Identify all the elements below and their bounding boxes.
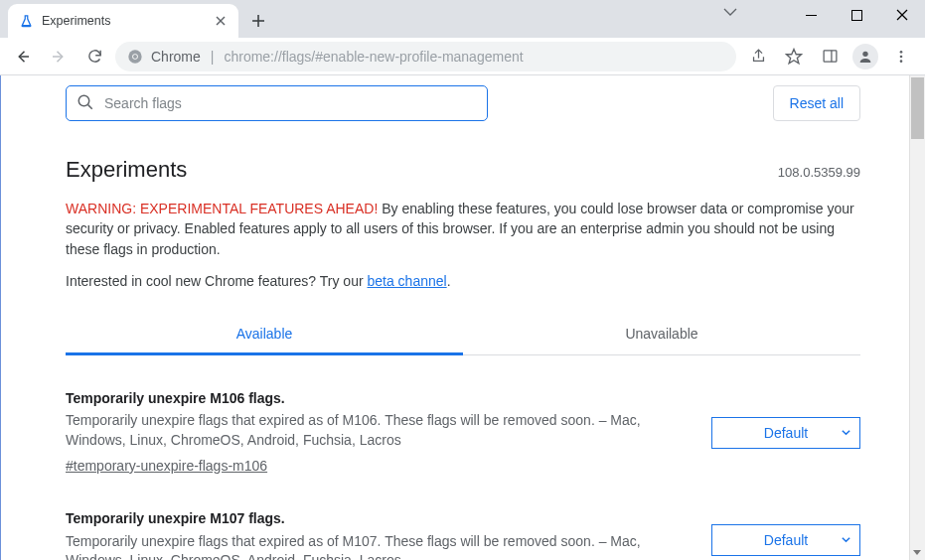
bookmark-icon[interactable] <box>778 41 810 72</box>
tabstrip: Experiments <box>0 0 925 38</box>
toolbar: Chrome | chrome://flags/#enable-new-prof… <box>0 38 925 75</box>
close-tab-icon[interactable] <box>213 13 229 29</box>
scroll-down-arrow[interactable] <box>909 544 925 560</box>
address-bar[interactable]: Chrome | chrome://flags/#enable-new-prof… <box>115 42 736 71</box>
browser-tab[interactable]: Experiments <box>8 4 238 38</box>
warning-text: WARNING: EXPERIMENTAL FEATURES AHEAD! By… <box>66 193 860 273</box>
viewport: Reset all Experiments 108.0.5359.99 WARN… <box>0 75 925 560</box>
flag-item: Temporarily unexpire M106 flags. Tempora… <box>66 355 860 476</box>
back-button[interactable] <box>8 42 38 71</box>
svg-marker-13 <box>787 49 802 63</box>
share-icon[interactable] <box>742 41 774 72</box>
beta-channel-link[interactable]: beta channel <box>367 273 446 289</box>
flag-dropdown-value: Default <box>764 532 808 548</box>
reset-all-button[interactable]: Reset all <box>773 85 860 121</box>
tab-unavailable[interactable]: Unavailable <box>463 313 860 354</box>
svg-point-19 <box>900 60 903 63</box>
version-label: 108.0.5359.99 <box>778 165 860 180</box>
svg-rect-14 <box>824 51 837 62</box>
beta-prefix: Interested in cool new Chrome features? … <box>66 273 367 289</box>
flag-description: Temporarily unexpire flags that expired … <box>66 411 682 450</box>
svg-point-17 <box>900 51 903 54</box>
flag-dropdown[interactable]: Default <box>711 524 860 556</box>
reload-button[interactable] <box>79 42 109 71</box>
flag-dropdown-value: Default <box>764 425 808 441</box>
flag-anchor-link[interactable]: #temporary-unexpire-flags-m106 <box>66 457 267 477</box>
svg-point-18 <box>900 55 903 58</box>
chevron-down-icon[interactable] <box>722 6 738 21</box>
forward-button[interactable] <box>44 42 74 71</box>
side-panel-icon[interactable] <box>814 41 846 72</box>
svg-point-16 <box>862 51 867 56</box>
flag-description: Temporarily unexpire flags that expired … <box>66 532 682 560</box>
chrome-icon <box>127 49 143 65</box>
tab-available[interactable]: Available <box>66 313 463 354</box>
profile-avatar[interactable] <box>849 41 881 72</box>
new-tab-button[interactable] <box>244 7 272 35</box>
svg-point-20 <box>78 95 89 106</box>
page-title: Experiments <box>66 157 187 183</box>
flag-item: Temporarily unexpire M107 flags. Tempora… <box>66 476 860 560</box>
tab-title: Experiments <box>42 14 205 28</box>
maximize-button[interactable] <box>834 0 879 30</box>
beta-suffix: . <box>447 273 451 289</box>
search-flags-box <box>66 85 488 121</box>
search-icon <box>77 93 94 114</box>
chevron-down-icon <box>841 532 851 548</box>
svg-marker-22 <box>913 550 921 555</box>
flag-title: Temporarily unexpire M107 flags. <box>66 509 682 529</box>
menu-icon[interactable] <box>885 41 917 72</box>
flag-tabs: Available Unavailable <box>66 313 860 355</box>
flag-dropdown[interactable]: Default <box>711 417 860 449</box>
close-window-button[interactable] <box>879 0 925 30</box>
svg-point-12 <box>133 55 137 59</box>
url-separator: | <box>211 49 215 65</box>
flag-title: Temporarily unexpire M106 flags. <box>66 389 682 409</box>
search-input[interactable] <box>104 95 477 111</box>
scrollbar-thumb[interactable] <box>911 77 924 139</box>
beta-line: Interested in cool new Chrome features? … <box>66 273 860 313</box>
url-origin: Chrome <box>151 49 201 65</box>
window-controls <box>788 0 925 30</box>
minimize-button[interactable] <box>788 0 834 30</box>
svg-rect-5 <box>851 10 861 20</box>
url-path: chrome://flags/#enable-new-profile-manag… <box>224 49 523 65</box>
svg-line-21 <box>88 104 92 108</box>
warning-prefix: WARNING: EXPERIMENTAL FEATURES AHEAD! <box>66 201 378 216</box>
scrollbar[interactable] <box>909 75 925 560</box>
flask-icon <box>18 13 34 29</box>
chevron-down-icon <box>841 425 851 441</box>
